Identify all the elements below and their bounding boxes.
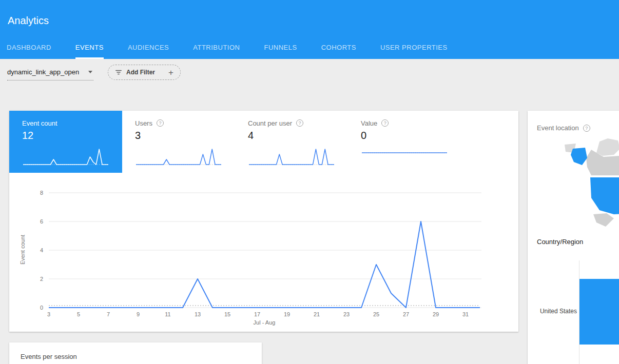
svg-text:19: 19 (284, 311, 290, 317)
svg-text:5: 5 (77, 311, 80, 317)
metric-label: Value (361, 119, 377, 127)
svg-text:29: 29 (433, 311, 439, 317)
svg-text:8: 8 (40, 190, 43, 196)
svg-text:0: 0 (40, 305, 43, 311)
tab-funnels[interactable]: FUNNELS (264, 44, 297, 59)
svg-text:7: 7 (107, 311, 110, 317)
map-region-greenland (596, 138, 619, 156)
app-header: Analytics DASHBOARD EVENTS AUDIENCES ATT… (0, 0, 619, 59)
metric-label: Event count (22, 119, 57, 127)
metric-value: 12 (22, 130, 122, 141)
add-filter-label: Add Filter (126, 69, 155, 76)
svg-text:Event count: Event count (20, 235, 26, 265)
svg-text:3: 3 (47, 311, 50, 317)
metric-tile-event-count[interactable]: Event count ? 12 (9, 111, 122, 173)
tab-bar: DASHBOARD EVENTS AUDIENCES ATTRIBUTION F… (7, 44, 472, 59)
svg-text:15: 15 (224, 311, 230, 317)
metric-label: Users (135, 119, 152, 127)
svg-text:17: 17 (254, 311, 260, 317)
event-location-title: Event location (537, 124, 579, 132)
help-icon[interactable]: ? (583, 125, 590, 132)
help-icon[interactable]: ? (296, 119, 303, 127)
metric-value: 4 (248, 130, 348, 141)
sparkline (248, 146, 335, 169)
metric-tile-users[interactable]: Users ? 3 (122, 111, 235, 173)
svg-text:11: 11 (165, 311, 170, 317)
page-title: Analytics (8, 15, 49, 27)
plus-icon: + (168, 68, 173, 77)
add-filter-button[interactable]: Add Filter + (108, 65, 181, 80)
metric-value: 3 (135, 130, 235, 141)
metric-tiles: Event count ? 12 Users ? 3 Count per use… (9, 111, 461, 173)
events-per-session-title: Events per session (21, 353, 262, 360)
svg-text:21: 21 (314, 311, 320, 317)
metric-tile-head: Value ? (361, 119, 461, 127)
events-overview-card: Event count ? 12 Users ? 3 Count per use… (9, 111, 518, 332)
svg-text:23: 23 (343, 311, 350, 317)
tab-user-properties[interactable]: USER PROPERTIES (380, 44, 448, 59)
tab-events[interactable]: EVENTS (75, 44, 104, 59)
sparkline (361, 146, 448, 169)
metric-label: Count per user (248, 119, 292, 127)
world-map (542, 137, 619, 229)
metric-value: 0 (361, 130, 461, 141)
tab-cohorts[interactable]: COHORTS (321, 44, 356, 59)
filter-toolbar: dynamic_link_app_open Add Filter + (7, 68, 181, 80)
svg-text:27: 27 (403, 311, 409, 317)
tab-dashboard[interactable]: DASHBOARD (7, 44, 51, 59)
events-per-session-card: Events per session (9, 342, 262, 364)
svg-text:4: 4 (40, 247, 43, 253)
svg-text:13: 13 (195, 311, 201, 317)
map-region-mexico (593, 213, 614, 227)
events-line-chart: 0246835791113151719212325272931Jul - Aug… (9, 173, 518, 332)
country-region-label: Country/Region (537, 238, 583, 246)
event-selector-dropdown[interactable]: dynamic_link_app_open (7, 68, 93, 80)
filter-icon (115, 69, 122, 76)
tab-attribution[interactable]: ATTRIBUTION (193, 44, 240, 59)
svg-text:25: 25 (373, 311, 379, 317)
svg-text:6: 6 (40, 218, 43, 225)
svg-text:9: 9 (137, 311, 140, 317)
metric-tile-head: Event count ? (22, 119, 122, 127)
metric-tile-head: Count per user ? (248, 119, 348, 127)
metric-tile-count-per-user[interactable]: Count per user ? 4 (235, 111, 348, 173)
country-bar-label: United States (529, 308, 577, 315)
country-bar (579, 279, 619, 345)
svg-text:2: 2 (40, 276, 43, 282)
event-location-card: Event location ? Country/Region United S… (528, 111, 619, 364)
map-region-alaska-highlight (571, 148, 587, 165)
dropdown-caret-icon (88, 71, 92, 73)
firebase-analytics-screen: Analytics DASHBOARD EVENTS AUDIENCES ATT… (0, 0, 619, 364)
tab-audiences[interactable]: AUDIENCES (128, 44, 169, 59)
map-region-united-states-highlight (590, 177, 619, 214)
svg-text:31: 31 (462, 311, 469, 317)
svg-text:Jul - Aug: Jul - Aug (254, 319, 276, 326)
event-location-header: Event location ? (537, 124, 590, 132)
event-selector-value: dynamic_link_app_open (7, 68, 79, 76)
metric-tile-head: Users ? (135, 119, 235, 127)
sparkline (135, 146, 222, 169)
metric-tile-value[interactable]: Value ? 0 (348, 111, 461, 173)
help-icon[interactable]: ? (381, 119, 389, 127)
sparkline (22, 146, 109, 169)
help-icon[interactable]: ? (157, 119, 164, 127)
